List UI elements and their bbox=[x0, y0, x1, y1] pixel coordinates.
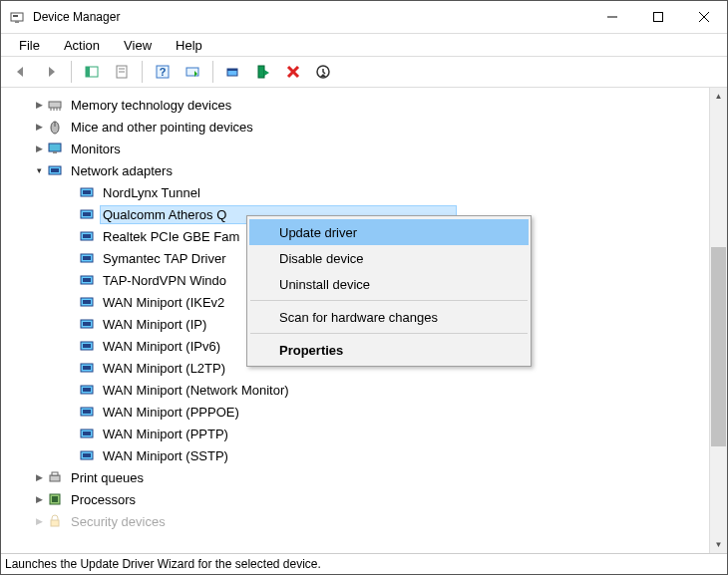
chevron-right-icon[interactable]: ▶ bbox=[31, 513, 47, 529]
tree-category-print-queues[interactable]: ▶ Print queues bbox=[7, 466, 709, 488]
vertical-scrollbar[interactable]: ▲ ▼ bbox=[709, 88, 727, 553]
menu-separator bbox=[250, 300, 528, 301]
properties-button[interactable] bbox=[109, 59, 135, 85]
mouse-icon bbox=[47, 119, 63, 135]
network-adapter-icon bbox=[79, 272, 95, 288]
menu-file[interactable]: File bbox=[9, 36, 50, 55]
network-adapter-icon bbox=[79, 360, 95, 376]
chevron-right-icon[interactable]: ▶ bbox=[31, 469, 47, 485]
svg-rect-2 bbox=[15, 21, 19, 23]
window-title: Device Manager bbox=[33, 10, 120, 24]
scan-hardware-button[interactable] bbox=[180, 59, 205, 85]
svg-rect-50 bbox=[83, 366, 91, 370]
tree-label: NordLynx Tunnel bbox=[101, 184, 202, 201]
svg-rect-36 bbox=[83, 212, 91, 216]
processor-icon bbox=[47, 491, 63, 507]
menu-label: Disable device bbox=[279, 251, 364, 266]
svg-rect-30 bbox=[53, 151, 57, 153]
scroll-up-arrow[interactable]: ▲ bbox=[710, 88, 727, 105]
svg-text:?: ? bbox=[160, 66, 167, 78]
svg-rect-34 bbox=[83, 190, 91, 194]
chevron-right-icon[interactable]: ▶ bbox=[31, 119, 47, 135]
svg-rect-46 bbox=[83, 322, 91, 326]
menu-action[interactable]: Action bbox=[54, 36, 110, 55]
titlebar: Device Manager bbox=[1, 1, 727, 34]
chevron-right-icon[interactable]: ▶ bbox=[31, 491, 47, 507]
chevron-down-icon[interactable]: ▾ bbox=[31, 162, 47, 178]
menubar: File Action View Help bbox=[1, 34, 727, 57]
tree-category-processors[interactable]: ▶ Processors bbox=[7, 488, 709, 510]
chevron-right-icon[interactable]: ▶ bbox=[31, 141, 47, 156]
menu-scan-hardware[interactable]: Scan for hardware changes bbox=[249, 304, 529, 330]
menu-uninstall-device[interactable]: Uninstall device bbox=[249, 271, 529, 297]
svg-rect-58 bbox=[83, 453, 91, 457]
tree-item-wan-pptp[interactable]: WAN Miniport (PPTP) bbox=[7, 423, 709, 444]
maximize-button[interactable] bbox=[635, 2, 681, 33]
back-button[interactable] bbox=[8, 59, 34, 85]
svg-rect-1 bbox=[13, 15, 18, 17]
scroll-thumb[interactable] bbox=[711, 247, 726, 446]
toolbar: ? bbox=[1, 57, 727, 88]
close-button[interactable] bbox=[681, 2, 727, 33]
uninstall-device-button[interactable] bbox=[280, 59, 306, 85]
tree-category-mice[interactable]: ▶ Mice and other pointing devices bbox=[7, 116, 709, 138]
tree-label: WAN Miniport (IP) bbox=[101, 316, 208, 333]
tree-item-wan-pppoe[interactable]: WAN Miniport (PPPOE) bbox=[7, 401, 709, 423]
printer-icon bbox=[47, 469, 63, 485]
show-hide-tree-button[interactable] bbox=[79, 59, 105, 85]
menu-properties[interactable]: Properties bbox=[249, 337, 529, 363]
svg-rect-63 bbox=[51, 520, 59, 526]
network-adapter-icon bbox=[79, 447, 95, 463]
network-adapter-icon bbox=[79, 294, 95, 310]
minimize-button[interactable] bbox=[589, 2, 635, 33]
update-driver-button[interactable] bbox=[220, 59, 246, 85]
tree-category-network-adapters[interactable]: ▾ Network adapters bbox=[7, 159, 709, 181]
svg-rect-29 bbox=[49, 144, 61, 151]
network-adapter-icon bbox=[79, 426, 95, 441]
menu-help[interactable]: Help bbox=[166, 36, 212, 55]
svg-rect-52 bbox=[83, 388, 91, 392]
tree-label: WAN Miniport (PPPOE) bbox=[101, 404, 241, 421]
device-tree[interactable]: ▶ Memory technology devices ▶ Mice and o… bbox=[1, 88, 709, 553]
tree-label: WAN Miniport (IPv6) bbox=[101, 338, 222, 355]
svg-rect-38 bbox=[83, 234, 91, 238]
tree-label: WAN Miniport (Network Monitor) bbox=[101, 382, 291, 399]
disable-device-button[interactable] bbox=[310, 59, 336, 85]
tree-item-wan-netmon[interactable]: WAN Miniport (Network Monitor) bbox=[7, 379, 709, 401]
svg-rect-54 bbox=[83, 410, 91, 414]
tree-category-monitors[interactable]: ▶ Monitors bbox=[7, 138, 709, 159]
network-adapter-icon bbox=[79, 206, 95, 222]
tree-label: Realtek PCIe GBE Fam bbox=[101, 228, 241, 245]
help-button[interactable]: ? bbox=[150, 59, 176, 85]
chevron-right-icon[interactable]: ▶ bbox=[31, 97, 47, 113]
menu-update-driver[interactable]: Update driver bbox=[249, 219, 529, 245]
svg-marker-21 bbox=[320, 74, 326, 77]
svg-rect-44 bbox=[83, 300, 91, 304]
svg-rect-16 bbox=[227, 69, 237, 71]
tree-category-security-devices[interactable]: ▶ Security devices bbox=[7, 510, 709, 532]
svg-rect-40 bbox=[83, 256, 91, 260]
app-icon bbox=[9, 9, 25, 25]
menu-disable-device[interactable]: Disable device bbox=[249, 245, 529, 271]
scroll-down-arrow[interactable]: ▼ bbox=[710, 536, 727, 553]
security-icon bbox=[47, 513, 63, 529]
enable-device-button[interactable] bbox=[250, 59, 276, 85]
tree-label: Print queues bbox=[69, 469, 146, 486]
svg-rect-62 bbox=[52, 496, 58, 502]
tree-label: Network adapters bbox=[69, 162, 175, 179]
tree-item-nordlynx[interactable]: NordLynx Tunnel bbox=[7, 181, 709, 203]
menu-label: Scan for hardware changes bbox=[279, 310, 438, 325]
svg-rect-42 bbox=[83, 278, 91, 282]
content-area: ▶ Memory technology devices ▶ Mice and o… bbox=[1, 88, 727, 553]
tree-category-memory-technology[interactable]: ▶ Memory technology devices bbox=[7, 94, 709, 116]
svg-rect-32 bbox=[51, 168, 59, 172]
svg-rect-56 bbox=[83, 431, 91, 435]
svg-rect-17 bbox=[258, 66, 264, 78]
menu-view[interactable]: View bbox=[114, 36, 162, 55]
tree-item-wan-sstp[interactable]: WAN Miniport (SSTP) bbox=[7, 444, 709, 466]
tree-label: WAN Miniport (SSTP) bbox=[101, 447, 230, 464]
svg-rect-22 bbox=[49, 102, 61, 108]
svg-rect-60 bbox=[52, 472, 58, 475]
forward-button[interactable] bbox=[38, 59, 64, 85]
monitor-icon bbox=[47, 141, 63, 156]
